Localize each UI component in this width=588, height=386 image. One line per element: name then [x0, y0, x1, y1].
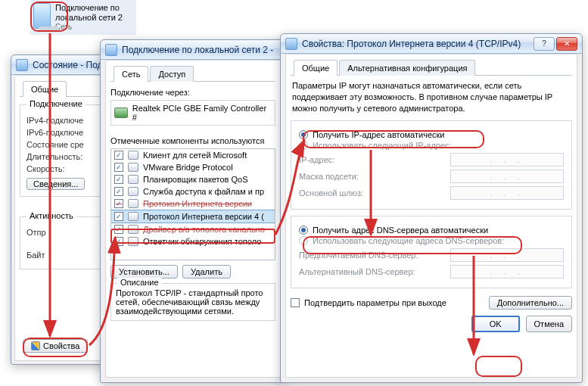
component-list[interactable]: ✓Клиент для сетей Microsoft ✓VMware Brid… [110, 148, 275, 260]
label-sent: Отпр [26, 228, 102, 237]
help-button[interactable]: ? [534, 37, 555, 51]
radio-icon [299, 141, 308, 150]
tcpip-properties-window: Свойства: Протокол Интернета версии 4 (T… [280, 33, 583, 383]
description-text: Протокол TCP/IP - стандартный прото сете… [116, 288, 270, 316]
label-gateway: Основной шлюз: [299, 188, 363, 198]
label-media: Состояние сре [26, 140, 102, 149]
dns1-input: . . . [450, 248, 564, 262]
label-ipv6: IPv6-подключе [26, 128, 102, 137]
shield-icon [31, 341, 40, 350]
list-item[interactable]: ✓Служба доступа к файлам и пр [111, 185, 275, 198]
radio-ip-auto[interactable]: Получить IP-адрес автоматически [299, 130, 564, 139]
radio-dns-auto[interactable]: Получить адрес DNS-сервера автоматически [299, 226, 564, 235]
list-item[interactable]: ✓Планировщик пакетов QoS [111, 173, 275, 185]
description-group: Описание Протокол TCP/IP - стандартный п… [110, 283, 275, 321]
install-button[interactable]: Установить... [110, 265, 178, 279]
cancel-button[interactable]: Отмена [526, 316, 572, 332]
advanced-button[interactable]: Дополнительно... [489, 296, 572, 310]
radio-icon [299, 236, 308, 245]
label-speed: Скорость: [26, 164, 102, 173]
ip-fieldset: Получить IP-адрес автоматически Использо… [291, 120, 572, 210]
tab-network[interactable]: Сеть [114, 66, 148, 82]
label-mask: Маска подсети: [299, 172, 359, 181]
label-dns2: Альтернативный DNS-сервер: [299, 267, 415, 276]
tab-general[interactable]: Общие [23, 81, 67, 97]
list-item[interactable]: ✓VMware Bridge Protocol [111, 161, 275, 173]
window-icon [105, 44, 117, 56]
adapter-name: Realtek PCIe GBE Family Controller # [132, 104, 272, 122]
validate-label: Подтвердить параметры при выходе [304, 298, 446, 307]
group-activity: Активность [26, 211, 76, 220]
window-title: Состояние - Под [33, 60, 103, 70]
details-button[interactable]: Сведения... [26, 178, 85, 190]
radio-ip-manual[interactable]: Использовать следующий IP-адрес: [299, 141, 564, 150]
window-title: Свойства: Протокол Интернета версии 4 (T… [302, 39, 521, 49]
close-button[interactable]: ✕ [556, 37, 577, 51]
nic-subtitle: Сеть [55, 23, 133, 32]
nic-title: Подключение по локальной сети 2 [55, 3, 133, 23]
list-item[interactable]: ✓Протокол Интернета версии [111, 198, 275, 210]
radio-icon [299, 130, 308, 139]
intro-text: Параметры IP могут назначаться автоматич… [292, 80, 571, 114]
list-item[interactable]: ✓Ответчик обнаружения тополо [111, 235, 275, 247]
description-label: Описание [117, 278, 162, 287]
dns2-input: . . . [450, 265, 564, 279]
label-bytes: Байт [26, 251, 102, 260]
properties-label: Свойства [43, 341, 79, 350]
tab-access[interactable]: Доступ [150, 66, 194, 82]
list-item[interactable]: ✓Драйвер в/в тополога канально [111, 223, 275, 235]
ip-input: . . . [450, 153, 564, 167]
label-ip: IP-адрес: [299, 155, 334, 164]
label-duration: Длительность: [26, 152, 102, 161]
window-icon [285, 38, 297, 50]
ok-button[interactable]: OK [471, 316, 520, 332]
adapter-row[interactable]: Realtek PCIe GBE Family Controller # [110, 100, 275, 126]
mask-input: . . . [450, 170, 564, 183]
properties-button[interactable]: Свойства [23, 339, 88, 353]
gateway-input: . . . [450, 186, 564, 200]
radio-icon [299, 226, 308, 235]
tab-general[interactable]: Общие [294, 60, 338, 76]
adapter-properties-window: Подключение по локальной сети 2 - Сеть Д… [100, 39, 286, 383]
label-connect-through: Подключение через: [110, 88, 275, 97]
label-ipv4: IPv4-подключе [26, 116, 102, 125]
dns-fieldset: Получить адрес DNS-сервера автоматически… [291, 216, 572, 288]
tab-altconfig[interactable]: Альтернативная конфигурация [339, 60, 475, 76]
radio-dns-manual[interactable]: Использовать следующие адреса DNS-сервер… [299, 236, 564, 245]
label-components: Отмеченные компоненты используются [110, 136, 275, 145]
list-item-tcpip4[interactable]: ✓Протокол Интернета версии 4 ( [111, 210, 275, 223]
label-dns1: Предпочитаемый DNS-сервер: [299, 251, 418, 260]
remove-button[interactable]: Удалить [182, 265, 231, 279]
list-item[interactable]: ✓Клиент для сетей Microsoft [111, 149, 275, 161]
nic-desktop-icon[interactable]: Подключение по локальной сети 2 Сеть [30, 0, 136, 35]
validate-row[interactable]: Подтвердить параметры при выходе Дополни… [291, 296, 572, 310]
nic-chip-icon [114, 107, 128, 118]
group-connection: Подключение [26, 99, 86, 108]
checkbox-icon [291, 298, 300, 307]
window-title: Подключение по локальной сети 2 - [122, 45, 273, 55]
window-icon [16, 59, 28, 71]
nic-icon [33, 3, 51, 29]
